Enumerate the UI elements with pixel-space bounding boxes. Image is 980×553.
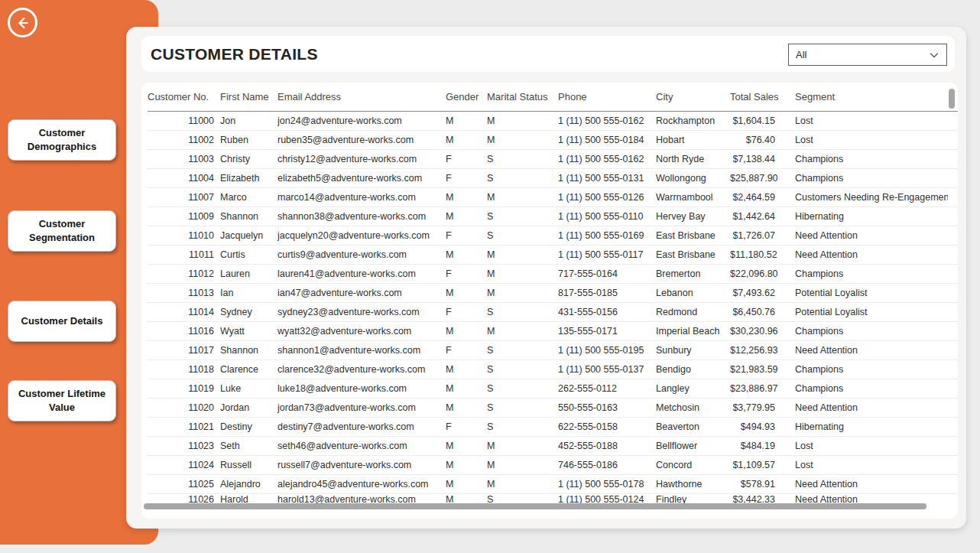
table-row[interactable]: 11023Sethseth46@adventure-works.comMM452… xyxy=(148,437,958,456)
table-row[interactable]: 11009Shannonshannon38@adventure-works.co… xyxy=(148,207,958,226)
table-cell: M xyxy=(446,192,487,203)
table-cell: Shannon xyxy=(220,345,277,356)
table-row[interactable]: 11019Lukeluke18@adventure-works.comMS262… xyxy=(148,379,958,398)
table-row[interactable]: 11003Christychristy12@adventure-works.co… xyxy=(148,150,958,169)
table-row[interactable]: 11011Curtiscurtis9@adventure-works.comMM… xyxy=(148,246,958,265)
table-cell: 11009 xyxy=(148,211,220,222)
table-cell: Lost xyxy=(795,135,948,145)
table-cell: Potential Loyalist xyxy=(795,288,948,298)
table-row[interactable]: 11000Jonjon24@adventure-works.comMM1 (11… xyxy=(148,112,958,131)
table-cell: $1,109.57 xyxy=(730,460,795,470)
table-cell: S xyxy=(487,154,558,164)
table-row[interactable]: 11018Clarenceclarence32@adventure-works.… xyxy=(148,360,958,379)
table-cell: 11021 xyxy=(148,421,220,432)
table-cell: russell7@adventure-works.com xyxy=(277,460,446,470)
table-row[interactable]: 11025Alejandroalejandro45@adventure-work… xyxy=(148,475,958,494)
column-header[interactable]: Customer No. xyxy=(148,91,220,102)
vertical-scrollbar[interactable] xyxy=(949,89,955,109)
table-cell: Need Attention xyxy=(795,494,948,503)
table-cell: Hibernating xyxy=(795,211,948,222)
table-cell: 1 (11) 500 555-0169 xyxy=(558,230,656,241)
table-row[interactable]: 11024Russellrussell7@adventure-works.com… xyxy=(148,456,958,475)
table-cell: 1 (11) 500 555-0137 xyxy=(558,364,656,375)
column-header[interactable]: Segment xyxy=(795,91,948,102)
table-row[interactable]: 11021Destinydestiny7@adventure-works.com… xyxy=(148,418,958,437)
column-header[interactable]: Phone xyxy=(558,91,656,102)
table-cell: $23,886.97 xyxy=(730,383,795,394)
table-cell: Findley xyxy=(656,494,730,503)
table-cell: M xyxy=(487,115,558,126)
table-row[interactable]: 11004Elizabethelizabeth5@adventure-works… xyxy=(148,169,958,188)
table-cell: 1 (11) 500 555-0126 xyxy=(558,192,656,203)
column-header[interactable]: Gender xyxy=(446,91,487,102)
table-cell: $3,779.95 xyxy=(730,402,795,413)
table-row[interactable]: 11014Sydneysydney23@adventure-works.comF… xyxy=(148,303,958,322)
table-cell: Need Attention xyxy=(795,249,948,260)
table-cell: 11017 xyxy=(148,345,220,356)
table-cell: 1 (11) 500 555-0184 xyxy=(558,135,656,145)
horizontal-scrollbar[interactable] xyxy=(144,503,926,509)
sidebar-item-customer-demographics[interactable]: Customer Demographics xyxy=(8,119,116,161)
table-cell: Ruben xyxy=(220,135,277,145)
column-header[interactable]: City xyxy=(656,91,730,102)
table-cell: Destiny xyxy=(220,421,277,432)
table-row[interactable]: 11012Laurenlauren41@adventure-works.comF… xyxy=(148,265,958,284)
table-cell: Elizabeth xyxy=(220,173,277,184)
sidebar-item-label: Customer Details xyxy=(21,314,103,328)
table-row[interactable]: 11013Ianian47@adventure-works.comMM817-5… xyxy=(148,284,958,303)
table-cell: $1,604.15 xyxy=(730,115,795,126)
table-cell: jon24@adventure-works.com xyxy=(277,115,446,126)
table-cell: 11011 xyxy=(148,249,220,260)
table-cell: 11014 xyxy=(148,307,220,317)
table-cell: 11012 xyxy=(148,268,220,279)
main-card: CUSTOMER DETAILS All Customer No.First N… xyxy=(126,27,966,529)
table-cell: F xyxy=(446,345,487,356)
table-cell: Jon xyxy=(220,115,277,126)
table-cell: M xyxy=(487,249,558,260)
table-cell: $1,726.07 xyxy=(730,230,795,241)
table-cell: 135-555-0171 xyxy=(558,326,656,337)
table-row[interactable]: 11026Haroldharold13@adventure-works.comM… xyxy=(148,494,958,503)
column-header[interactable]: Marital Status xyxy=(487,91,558,102)
back-button[interactable] xyxy=(8,8,37,37)
arrow-left-icon xyxy=(15,15,31,31)
table-row[interactable]: 11016Wyattwyatt32@adventure-works.comMM1… xyxy=(148,322,958,341)
table-cell: 1 (11) 500 555-0131 xyxy=(558,173,656,184)
column-header[interactable]: First Name xyxy=(220,91,277,102)
sidebar-item-customer-details[interactable]: Customer Details xyxy=(8,301,116,342)
table-cell: $30,230.96 xyxy=(730,326,795,337)
table-cell: 550-555-0163 xyxy=(558,402,656,413)
table-cell: F xyxy=(446,421,487,432)
table-cell: $7,493.62 xyxy=(730,288,795,298)
table-cell: 11013 xyxy=(148,288,220,298)
filter-selected-value: All xyxy=(796,49,806,60)
page-title: CUSTOMER DETAILS xyxy=(151,45,318,63)
column-header[interactable]: Total Sales xyxy=(730,91,795,102)
sidebar-item-customer-lifetime-value[interactable]: Customer Lifetime Value xyxy=(8,380,116,421)
table-row[interactable]: 11017Shannonshannon1@adventure-works.com… xyxy=(148,341,958,360)
table-cell: $25,887.90 xyxy=(730,173,795,184)
table-cell: Seth xyxy=(220,441,277,451)
table-cell: East Brisbane xyxy=(656,230,730,241)
table-row[interactable]: 11002Rubenruben35@adventure-works.comMM1… xyxy=(148,131,958,150)
table-cell: sydney23@adventure-works.com xyxy=(277,307,446,317)
table-row[interactable]: 11010Jacquelynjacquelyn20@adventure-work… xyxy=(148,226,958,246)
chevron-down-icon xyxy=(929,50,939,60)
table-row[interactable]: 11007Marcomarco14@adventure-works.comMM1… xyxy=(148,188,958,207)
table-cell: shannon1@adventure-works.com xyxy=(277,345,446,356)
table-cell: seth46@adventure-works.com xyxy=(277,441,446,451)
table-cell: Wyatt xyxy=(220,326,277,337)
table-cell: jacquelyn20@adventure-works.com xyxy=(277,230,446,241)
table-cell: $12,256.93 xyxy=(730,345,795,356)
table-cell: 11020 xyxy=(148,402,220,413)
table-cell: harold13@adventure-works.com xyxy=(277,494,446,503)
column-header[interactable]: Email Address xyxy=(277,91,446,102)
table-cell: M xyxy=(487,268,558,279)
sidebar-item-label: Customer Segmentation xyxy=(16,217,108,244)
table-row[interactable]: 11020Jordanjordan73@adventure-works.comM… xyxy=(148,398,958,418)
table-cell: Need Attention xyxy=(795,479,948,490)
segment-filter-dropdown[interactable]: All xyxy=(788,44,947,66)
table-cell: M xyxy=(446,326,487,337)
sidebar-item-customer-segmentation[interactable]: Customer Segmentation xyxy=(8,210,116,252)
table-cell: M xyxy=(446,288,487,298)
